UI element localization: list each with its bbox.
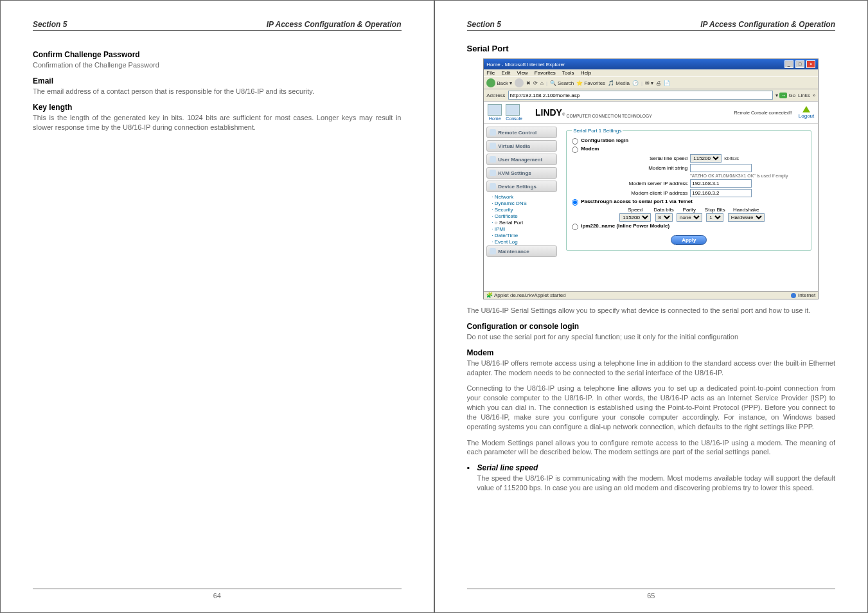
page-right: Section 5 IP Access Configuration & Oper… (434, 0, 869, 613)
menu-help[interactable]: Help (581, 70, 591, 76)
subhead-modem: Modem (467, 348, 836, 357)
content: Confirm Challenge Password Confirmation … (33, 44, 402, 589)
nav-ipmi[interactable]: IPMI (486, 226, 557, 232)
page-footer: 64 (33, 589, 402, 600)
header-title: IP Access Configuration & Operation (700, 20, 835, 29)
select-parity[interactable]: none (677, 213, 702, 222)
minimize-button[interactable]: _ (784, 60, 793, 68)
nav-device-settings[interactable]: Device Settings (486, 181, 557, 192)
ie-statusbar: 🧩 Applet de.real.rkvApplet started Inter… (484, 291, 818, 299)
nav-event-log[interactable]: Event Log (486, 239, 557, 245)
para-confirm: Confirmation of the Challenge Password (33, 60, 402, 70)
nav-remote-control[interactable]: Remote Control (486, 127, 557, 138)
subhead-confirm: Confirm Challenge Password (33, 50, 402, 59)
select-speed[interactable]: 115200 (619, 213, 651, 222)
status-applet: 🧩 Applet de.real.rkvApplet started (486, 292, 565, 298)
nav-network[interactable]: Network (486, 194, 557, 200)
nav-date-time[interactable]: Date/Time (486, 233, 557, 238)
forward-button[interactable] (515, 78, 524, 87)
header-title: IP Access Configuration & Operation (267, 20, 402, 29)
globe-icon (791, 293, 796, 298)
col-parity: Parity (677, 207, 702, 213)
home-link[interactable]: Home (488, 104, 502, 121)
media-button[interactable]: 🎵 Media (608, 80, 630, 86)
app-header: Home Console LINDY® COMPUTER CONNECTION … (484, 102, 818, 124)
address-input[interactable] (508, 91, 773, 100)
input-server-ip[interactable] (690, 179, 752, 188)
para-modem-c: The Modem Settings panel allows you to c… (467, 438, 836, 458)
go-button[interactable]: ▾ → Go (775, 93, 795, 98)
links-chevron-icon: » (813, 93, 815, 98)
select-serial-speed[interactable]: 115200 (690, 154, 722, 163)
bullet-text: The speed the U8/16-IP is communicating … (477, 474, 836, 493)
radio-passthrough[interactable] (572, 199, 578, 206)
passthrough-settings: Speed115200 Data bits8 Paritynone Stop B… (619, 207, 806, 222)
sidebar: Remote Control Virtual Media User Manage… (484, 124, 560, 291)
nav-user-management[interactable]: User Management (486, 154, 557, 165)
nav-maintenance[interactable]: Maintenance (486, 245, 557, 257)
radio-modem[interactable] (572, 147, 578, 153)
links-label[interactable]: Links (798, 93, 810, 98)
col-handshake: Handshake (728, 207, 765, 213)
nav-virtual-media[interactable]: Virtual Media (486, 140, 557, 152)
col-databits: Data bits (653, 207, 674, 213)
nav-serial-port[interactable]: ○ Serial Port (486, 220, 557, 226)
select-databits[interactable]: 8 (655, 213, 673, 222)
logout-link[interactable]: Logout (799, 106, 814, 119)
stop-button[interactable]: ✖ (526, 80, 531, 86)
col-speed: Speed (619, 207, 651, 213)
menu-edit[interactable]: Edit (501, 70, 510, 76)
input-client-ip[interactable] (690, 189, 752, 197)
nav-kvm-settings[interactable]: KVM Settings (486, 167, 557, 179)
ie-window: Home - Microsoft Internet Explorer _ □ ×… (483, 58, 819, 299)
option-ipm[interactable]: ipm220_name (Inline Power Module) (572, 223, 806, 230)
refresh-button[interactable]: ⟳ (533, 80, 538, 86)
subhead-keylength: Key length (33, 103, 402, 112)
back-button[interactable]: Back ▾ (486, 78, 512, 87)
nav-security[interactable]: Security (486, 207, 557, 213)
edit-button[interactable]: 📄 (664, 80, 670, 86)
nav-certificate[interactable]: Certificate (486, 213, 557, 219)
option-modem[interactable]: Modem (572, 146, 806, 153)
window-title: Home - Microsoft Internet Explorer (486, 62, 565, 67)
input-init-string[interactable] (690, 164, 752, 172)
menu-favorites[interactable]: Favorites (535, 70, 556, 76)
subhead-email: Email (33, 76, 402, 85)
subhead-config: Configuration or console login (467, 322, 836, 331)
content: Serial Port Home - Microsoft Internet Ex… (467, 44, 836, 589)
history-button[interactable]: 🕑 (632, 80, 639, 86)
menu-file[interactable]: File (486, 70, 495, 76)
favorites-button[interactable]: ⭐ Favorites (576, 80, 605, 86)
status-zone: Internet (791, 292, 815, 298)
fieldset-legend: Serial Port 1 Settings (572, 128, 623, 134)
close-button[interactable]: × (806, 60, 815, 68)
status-text: Remote Console connected!! (734, 111, 792, 115)
page-footer: 65 (467, 589, 836, 600)
radio-config[interactable] (572, 138, 578, 145)
menu-tools[interactable]: Tools (562, 70, 574, 76)
select-handshake[interactable]: Hardware (728, 213, 765, 222)
ie-menubar: File Edit View Favorites Tools Help (484, 69, 818, 76)
mail-button[interactable]: ✉ ▾ (645, 80, 653, 86)
header-section: Section 5 (33, 20, 67, 29)
label-init-string: Modem init string (617, 165, 687, 171)
para-keylength: This is the length of the generated key … (33, 113, 402, 132)
option-passthrough[interactable]: Passthrough access to serial port 1 via … (572, 199, 806, 206)
radio-ipm[interactable] (572, 224, 578, 230)
label-server-ip: Modem server IP address (617, 181, 687, 186)
nav-dynamic-dns[interactable]: Dynamic DNS (486, 200, 557, 206)
maximize-button[interactable]: □ (795, 60, 804, 68)
option-config-login[interactable]: Configuration login (572, 138, 806, 145)
page-header: Section 5 IP Access Configuration & Oper… (33, 20, 402, 31)
console-link[interactable]: Console (506, 104, 522, 121)
select-stopbits[interactable]: 1 (706, 213, 723, 222)
print-button[interactable]: 🖨 (656, 80, 661, 86)
page-left: Section 5 IP Access Configuration & Oper… (0, 0, 434, 613)
home-button[interactable]: ⌂ (540, 80, 544, 86)
search-button[interactable]: 🔍 Search (550, 80, 574, 86)
menu-view[interactable]: View (517, 70, 527, 76)
intro: The U8/16-IP Serial Settings allow you t… (467, 306, 836, 315)
media-icon (490, 143, 496, 149)
apply-button[interactable]: Apply (671, 235, 707, 245)
section-title: Serial Port (467, 44, 836, 53)
